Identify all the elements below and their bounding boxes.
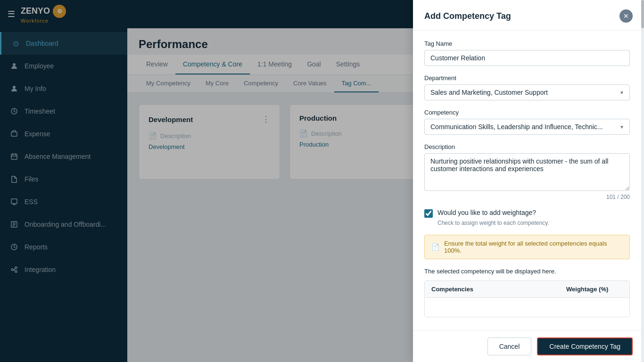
table-col-weightage: Weightage (%) [566,286,623,293]
scrollbar-thumb [641,0,644,28]
weightage-checkbox-label[interactable]: Would you like to add weightage? [438,209,536,216]
drawer-header: Add Competency Tag ✕ [413,0,644,31]
info-banner-text: Ensure the total weight for all selected… [444,240,623,254]
info-banner: 📄 Ensure the total weight for all select… [424,235,630,259]
tag-name-input[interactable] [424,50,630,66]
department-select[interactable]: Sales and Marketing, Customer Support [424,84,630,100]
drawer-body: Tag Name Department Sales and Marketing,… [413,31,644,330]
create-competency-tag-button[interactable]: Create Competency Tag [537,337,633,355]
department-group: Department Sales and Marketing, Customer… [424,74,630,100]
drawer-footer: Cancel Create Competency Tag [413,330,644,362]
weightage-checkbox-sub: Check to assign weight to each competenc… [438,220,630,226]
char-count: 101 / 200 [424,194,630,200]
drawer-scrollbar[interactable] [641,0,644,362]
department-select-wrapper: Sales and Marketing, Customer Support [424,84,630,100]
description-textarea[interactable]: Nurturing positive relationships with cu… [424,153,630,191]
tag-name-group: Tag Name [424,40,630,66]
weightage-group: Would you like to add weightage? Check t… [424,209,630,226]
competencies-table: Competencies Weightage (%) [424,280,630,317]
close-button[interactable]: ✕ [619,9,633,23]
competency-label: Competency [424,109,630,116]
competency-group: Competency Communication Skills, Leaders… [424,109,630,135]
weightage-checkbox[interactable] [424,209,433,218]
cancel-button[interactable]: Cancel [487,337,532,355]
description-label: Description [424,143,630,150]
description-group: Description Nurturing positive relations… [424,143,630,200]
table-header: Competencies Weightage (%) [425,281,629,298]
weightage-row: Would you like to add weightage? [424,209,630,218]
drawer-title: Add Competency Tag [424,11,511,21]
tag-name-label: Tag Name [424,40,630,47]
department-label: Department [424,74,630,82]
competency-select-wrapper: Communication Skills, Leadership and Inf… [424,119,630,135]
competency-select[interactable]: Communication Skills, Leadership and Inf… [424,119,630,135]
table-col-competencies: Competencies [431,286,566,293]
display-note: The selected competency will be displaye… [424,268,630,275]
add-competency-drawer: Add Competency Tag ✕ Tag Name Department… [413,0,644,362]
info-banner-icon: 📄 [431,243,439,251]
table-body [425,298,629,317]
